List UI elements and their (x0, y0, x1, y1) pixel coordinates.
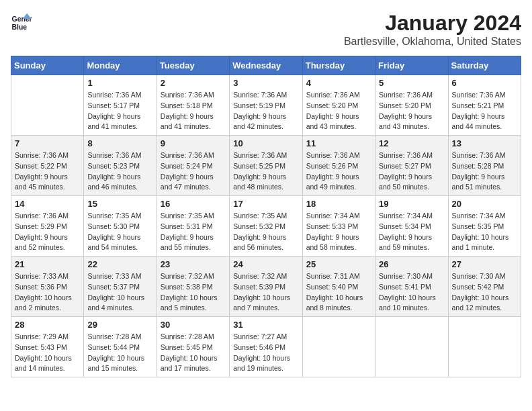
day-number: 3 (233, 78, 298, 88)
day-number: 8 (87, 138, 152, 148)
day-number: 30 (161, 320, 226, 330)
calendar-cell: 19Sunrise: 7:34 AMSunset: 5:34 PMDayligh… (375, 196, 448, 257)
calendar-cell: 14Sunrise: 7:36 AMSunset: 5:29 PMDayligh… (11, 196, 84, 257)
calendar-cell: 20Sunrise: 7:34 AMSunset: 5:35 PMDayligh… (448, 196, 521, 257)
calendar-cell: 28Sunrise: 7:29 AMSunset: 5:43 PMDayligh… (11, 317, 84, 377)
day-info: Sunrise: 7:34 AMSunset: 5:33 PMDaylight:… (306, 211, 371, 253)
day-number: 17 (233, 199, 298, 209)
day-number: 7 (15, 138, 80, 148)
weekday-header-wednesday: Wednesday (230, 56, 302, 75)
day-number: 28 (15, 320, 80, 330)
calendar-cell: 10Sunrise: 7:36 AMSunset: 5:25 PMDayligh… (230, 136, 302, 196)
calendar-cell: 24Sunrise: 7:32 AMSunset: 5:39 PMDayligh… (230, 257, 302, 317)
calendar-cell: 15Sunrise: 7:35 AMSunset: 5:30 PMDayligh… (84, 196, 157, 257)
day-info: Sunrise: 7:36 AMSunset: 5:18 PMDaylight:… (161, 90, 226, 132)
calendar-cell: 25Sunrise: 7:31 AMSunset: 5:40 PMDayligh… (302, 257, 375, 317)
day-info: Sunrise: 7:30 AMSunset: 5:42 PMDaylight:… (452, 271, 517, 314)
day-number: 1 (87, 78, 152, 88)
day-info: Sunrise: 7:29 AMSunset: 5:43 PMDaylight:… (15, 332, 80, 374)
day-number: 24 (233, 259, 298, 269)
day-number: 22 (87, 259, 152, 269)
calendar-cell (302, 317, 375, 377)
svg-text:Blue: Blue (12, 24, 28, 31)
day-info: Sunrise: 7:36 AMSunset: 5:22 PMDaylight:… (15, 150, 80, 193)
day-info: Sunrise: 7:36 AMSunset: 5:23 PMDaylight:… (87, 150, 152, 193)
calendar-cell: 13Sunrise: 7:36 AMSunset: 5:28 PMDayligh… (448, 136, 521, 196)
day-info: Sunrise: 7:32 AMSunset: 5:38 PMDaylight:… (161, 271, 226, 314)
calendar-cell: 23Sunrise: 7:32 AMSunset: 5:38 PMDayligh… (157, 257, 229, 317)
day-number: 16 (161, 199, 226, 209)
calendar-week-row: 21Sunrise: 7:33 AMSunset: 5:36 PMDayligh… (11, 257, 521, 317)
calendar-cell: 9Sunrise: 7:36 AMSunset: 5:24 PMDaylight… (157, 136, 229, 196)
day-number: 6 (452, 78, 517, 88)
day-info: Sunrise: 7:30 AMSunset: 5:41 PMDaylight:… (379, 271, 444, 314)
calendar-week-row: 1Sunrise: 7:36 AMSunset: 5:17 PMDaylight… (11, 75, 521, 136)
logo: General Blue (11, 11, 32, 32)
day-number: 10 (233, 138, 298, 148)
day-number: 14 (15, 199, 80, 209)
title-area: January 2024 Bartlesville, Oklahoma, Uni… (344, 11, 521, 48)
calendar-cell (448, 317, 521, 377)
calendar-cell: 17Sunrise: 7:35 AMSunset: 5:32 PMDayligh… (230, 196, 302, 257)
weekday-header-friday: Friday (375, 56, 448, 75)
day-info: Sunrise: 7:35 AMSunset: 5:32 PMDaylight:… (233, 211, 298, 253)
day-info: Sunrise: 7:36 AMSunset: 5:24 PMDaylight:… (161, 150, 226, 193)
day-info: Sunrise: 7:36 AMSunset: 5:20 PMDaylight:… (306, 90, 371, 132)
day-info: Sunrise: 7:33 AMSunset: 5:37 PMDaylight:… (87, 271, 152, 314)
day-number: 26 (379, 259, 444, 269)
day-info: Sunrise: 7:31 AMSunset: 5:40 PMDaylight:… (306, 271, 371, 314)
day-info: Sunrise: 7:27 AMSunset: 5:46 PMDaylight:… (233, 332, 298, 374)
day-info: Sunrise: 7:36 AMSunset: 5:26 PMDaylight:… (306, 150, 371, 193)
day-info: Sunrise: 7:36 AMSunset: 5:25 PMDaylight:… (233, 150, 298, 193)
day-number: 18 (306, 199, 371, 209)
day-info: Sunrise: 7:36 AMSunset: 5:27 PMDaylight:… (379, 150, 444, 193)
day-number: 27 (452, 259, 517, 269)
weekday-header-saturday: Saturday (448, 56, 521, 75)
calendar-cell: 16Sunrise: 7:35 AMSunset: 5:31 PMDayligh… (157, 196, 229, 257)
calendar-cell: 8Sunrise: 7:36 AMSunset: 5:23 PMDaylight… (84, 136, 157, 196)
day-info: Sunrise: 7:35 AMSunset: 5:31 PMDaylight:… (161, 211, 226, 253)
calendar-week-row: 14Sunrise: 7:36 AMSunset: 5:29 PMDayligh… (11, 196, 521, 257)
calendar-cell: 26Sunrise: 7:30 AMSunset: 5:41 PMDayligh… (375, 257, 448, 317)
calendar-cell: 4Sunrise: 7:36 AMSunset: 5:20 PMDaylight… (302, 75, 375, 136)
day-info: Sunrise: 7:28 AMSunset: 5:44 PMDaylight:… (87, 332, 152, 374)
day-info: Sunrise: 7:36 AMSunset: 5:20 PMDaylight:… (379, 90, 444, 132)
day-number: 13 (452, 138, 517, 148)
day-info: Sunrise: 7:34 AMSunset: 5:34 PMDaylight:… (379, 211, 444, 253)
calendar-cell (375, 317, 448, 377)
day-info: Sunrise: 7:36 AMSunset: 5:19 PMDaylight:… (233, 90, 298, 132)
calendar-cell: 22Sunrise: 7:33 AMSunset: 5:37 PMDayligh… (84, 257, 157, 317)
day-number: 21 (15, 259, 80, 269)
calendar-cell: 11Sunrise: 7:36 AMSunset: 5:26 PMDayligh… (302, 136, 375, 196)
day-number: 15 (87, 199, 152, 209)
calendar-week-row: 7Sunrise: 7:36 AMSunset: 5:22 PMDaylight… (11, 136, 521, 196)
day-number: 2 (161, 78, 226, 88)
calendar-table: SundayMondayTuesdayWednesdayThursdayFrid… (11, 56, 521, 377)
calendar-week-row: 28Sunrise: 7:29 AMSunset: 5:43 PMDayligh… (11, 317, 521, 377)
day-info: Sunrise: 7:33 AMSunset: 5:36 PMDaylight:… (15, 271, 80, 314)
day-number: 25 (306, 259, 371, 269)
day-info: Sunrise: 7:32 AMSunset: 5:39 PMDaylight:… (233, 271, 298, 314)
calendar-cell: 18Sunrise: 7:34 AMSunset: 5:33 PMDayligh… (302, 196, 375, 257)
page-header: General Blue January 2024 Bartlesville, … (11, 11, 521, 48)
day-info: Sunrise: 7:28 AMSunset: 5:45 PMDaylight:… (161, 332, 226, 374)
calendar-cell: 31Sunrise: 7:27 AMSunset: 5:46 PMDayligh… (230, 317, 302, 377)
day-info: Sunrise: 7:36 AMSunset: 5:17 PMDaylight:… (87, 90, 152, 132)
calendar-cell: 3Sunrise: 7:36 AMSunset: 5:19 PMDaylight… (230, 75, 302, 136)
calendar-cell: 6Sunrise: 7:36 AMSunset: 5:21 PMDaylight… (448, 75, 521, 136)
calendar-cell: 29Sunrise: 7:28 AMSunset: 5:44 PMDayligh… (84, 317, 157, 377)
day-number: 20 (452, 199, 517, 209)
day-info: Sunrise: 7:36 AMSunset: 5:29 PMDaylight:… (15, 211, 80, 253)
day-number: 4 (306, 78, 371, 88)
day-info: Sunrise: 7:34 AMSunset: 5:35 PMDaylight:… (452, 211, 517, 253)
logo-icon: General Blue (11, 11, 32, 32)
calendar-cell: 30Sunrise: 7:28 AMSunset: 5:45 PMDayligh… (157, 317, 229, 377)
day-number: 19 (379, 199, 444, 209)
weekday-header-sunday: Sunday (11, 56, 84, 75)
weekday-header-row: SundayMondayTuesdayWednesdayThursdayFrid… (11, 56, 521, 75)
day-number: 23 (161, 259, 226, 269)
weekday-header-monday: Monday (84, 56, 157, 75)
weekday-header-thursday: Thursday (302, 56, 375, 75)
calendar-cell: 21Sunrise: 7:33 AMSunset: 5:36 PMDayligh… (11, 257, 84, 317)
day-number: 5 (379, 78, 444, 88)
